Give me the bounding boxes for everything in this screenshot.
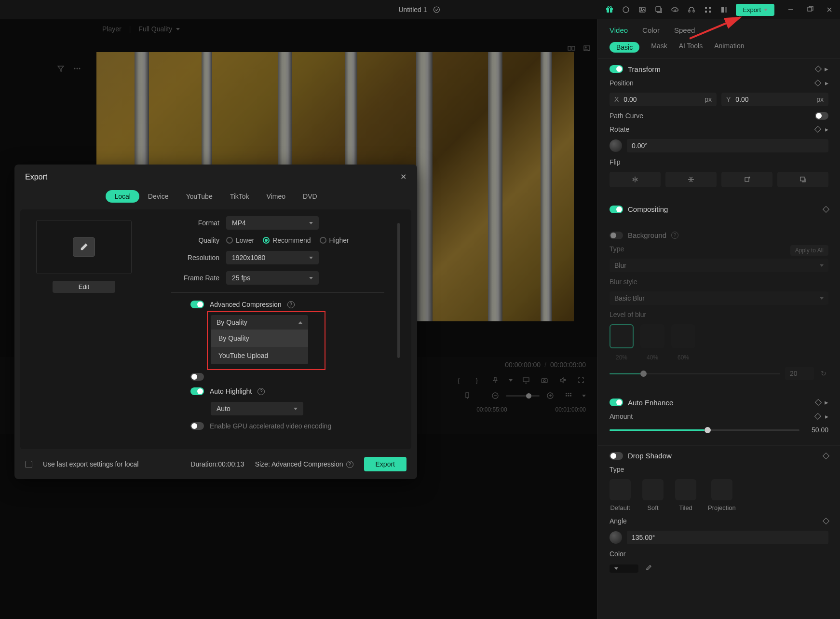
keyframe-icon[interactable]	[823, 518, 829, 524]
picture-view-icon[interactable]	[582, 43, 592, 53]
export-confirm-button[interactable]: Export	[364, 457, 406, 471]
tab-speed[interactable]: Speed	[674, 26, 695, 34]
auto-enhance-toggle[interactable]	[610, 399, 623, 406]
pin-icon[interactable]	[490, 375, 500, 385]
zoom-slider[interactable]	[506, 395, 540, 397]
position-x-input[interactable]: X 0.00 px	[610, 93, 717, 106]
compression-option-youtube[interactable]: YouTube Upload	[211, 347, 308, 364]
keyframe-icon[interactable]	[815, 399, 822, 406]
more-icon[interactable]	[72, 64, 82, 73]
gpu-toggle[interactable]	[190, 422, 204, 430]
blur-slider[interactable]	[610, 373, 780, 374]
shadow-type-projection[interactable]: Projection	[708, 479, 736, 511]
blur-value-input[interactable]: 20	[785, 367, 814, 380]
shadow-type-soft[interactable]: Soft	[642, 479, 664, 511]
tab-video[interactable]: Video	[610, 26, 628, 34]
chevron-right-icon[interactable]: ▸	[825, 125, 828, 133]
zoom-out-icon[interactable]	[490, 391, 500, 400]
color-swatch[interactable]	[610, 564, 638, 573]
drop-shadow-toggle[interactable]	[610, 452, 623, 460]
bg-style-select[interactable]: Basic Blur	[610, 291, 828, 305]
tab-tiktok[interactable]: TikTok	[221, 190, 258, 203]
gift-icon[interactable]	[605, 5, 614, 14]
apply-all-button[interactable]: Apply to All	[790, 245, 828, 256]
tab-vimeo[interactable]: Vimeo	[258, 190, 294, 203]
hidden-toggle[interactable]	[190, 373, 204, 381]
flip-vertical-button[interactable]	[665, 172, 717, 187]
bg-type-select[interactable]: Blur	[610, 259, 828, 272]
chevron-right-icon[interactable]: ▸	[825, 79, 828, 87]
tab-color[interactable]: Color	[642, 26, 660, 34]
modal-scrollbar[interactable]	[397, 223, 400, 358]
help-icon[interactable]: ?	[257, 388, 265, 395]
image-icon[interactable]	[637, 5, 647, 14]
reset-icon[interactable]: ↻	[819, 369, 828, 378]
keyframe-icon[interactable]	[823, 206, 829, 212]
record-icon[interactable]	[621, 5, 631, 14]
mute-icon[interactable]	[558, 375, 568, 385]
adv-compression-toggle[interactable]	[190, 301, 204, 308]
subtab-animation[interactable]: Animation	[714, 42, 744, 53]
blur-level-60[interactable]	[671, 324, 695, 348]
chevron-right-icon[interactable]: ▸	[825, 413, 828, 420]
shadow-type-default[interactable]: Default	[610, 479, 631, 511]
transform-toggle[interactable]	[610, 65, 623, 73]
shadow-type-tiled[interactable]: Tiled	[675, 479, 696, 511]
tab-local[interactable]: Local	[106, 190, 139, 203]
monitor-icon[interactable]	[521, 375, 531, 385]
stack-icon[interactable]	[654, 5, 664, 14]
keyframe-icon[interactable]	[814, 80, 821, 86]
angle-input[interactable]: 135.00°	[627, 531, 828, 544]
framerate-select[interactable]: 25 fps	[226, 271, 319, 285]
position-y-input[interactable]: Y 0.00 px	[721, 93, 828, 106]
copy-button[interactable]	[777, 172, 828, 187]
filter-icon[interactable]	[56, 64, 66, 73]
compression-option-by-quality[interactable]: By Quality	[211, 330, 308, 347]
rotate-knob[interactable]	[610, 139, 622, 152]
quality-lower-radio[interactable]: Lower	[226, 236, 254, 244]
angle-knob[interactable]	[610, 531, 622, 544]
quality-recommend-radio[interactable]: Recommend	[263, 236, 311, 244]
export-button[interactable]: Export	[736, 4, 774, 16]
path-curve-toggle[interactable]	[815, 112, 828, 120]
close-icon[interactable]	[825, 5, 834, 14]
help-icon[interactable]: ?	[346, 461, 353, 468]
format-select[interactable]: MP4	[226, 216, 319, 230]
keyframe-icon[interactable]	[814, 413, 821, 420]
compositing-toggle[interactable]	[610, 206, 623, 213]
grid-view-icon[interactable]	[564, 391, 573, 400]
fullscreen-icon[interactable]	[576, 375, 586, 385]
quality-higher-radio[interactable]: Higher	[320, 236, 349, 244]
save-status-icon[interactable]	[432, 5, 442, 14]
compression-mode-select[interactable]: By Quality	[211, 315, 308, 330]
tab-youtube[interactable]: YouTube	[177, 190, 221, 203]
bracket-open-icon[interactable]: {	[454, 375, 463, 385]
layout-icon[interactable]	[719, 5, 729, 14]
eyedropper-icon[interactable]	[643, 564, 653, 573]
compare-view-icon[interactable]	[567, 43, 576, 53]
subtab-mask[interactable]: Mask	[651, 42, 667, 53]
help-icon[interactable]: ?	[287, 301, 295, 308]
minimize-icon[interactable]	[786, 5, 796, 14]
maximize-icon[interactable]	[805, 5, 815, 14]
modal-close-button[interactable]: ✕	[400, 172, 406, 181]
keyframe-icon[interactable]	[814, 126, 821, 133]
zoom-in-icon[interactable]	[545, 391, 555, 400]
headphones-icon[interactable]	[687, 5, 696, 14]
chevron-right-icon[interactable]: ▸	[825, 65, 828, 73]
keyframe-icon[interactable]	[815, 66, 822, 72]
tab-dvd[interactable]: DVD	[294, 190, 326, 203]
grid-icon[interactable]	[703, 5, 713, 14]
edit-thumbnail-button[interactable]: Edit	[53, 281, 115, 293]
blur-level-20[interactable]	[610, 324, 634, 348]
keyframe-icon[interactable]	[823, 452, 829, 459]
blur-level-40[interactable]	[640, 324, 664, 348]
subtab-ai-tools[interactable]: AI Tools	[679, 42, 703, 53]
bracket-close-icon[interactable]: }	[472, 375, 482, 385]
flip-horizontal-button[interactable]	[610, 172, 661, 187]
auto-highlight-select[interactable]: Auto	[211, 402, 303, 415]
resolution-select[interactable]: 1920x1080	[226, 251, 319, 264]
cloud-icon[interactable]	[670, 5, 680, 14]
rotate-input[interactable]: 0.00°	[627, 139, 828, 152]
help-icon[interactable]: ?	[671, 232, 678, 239]
